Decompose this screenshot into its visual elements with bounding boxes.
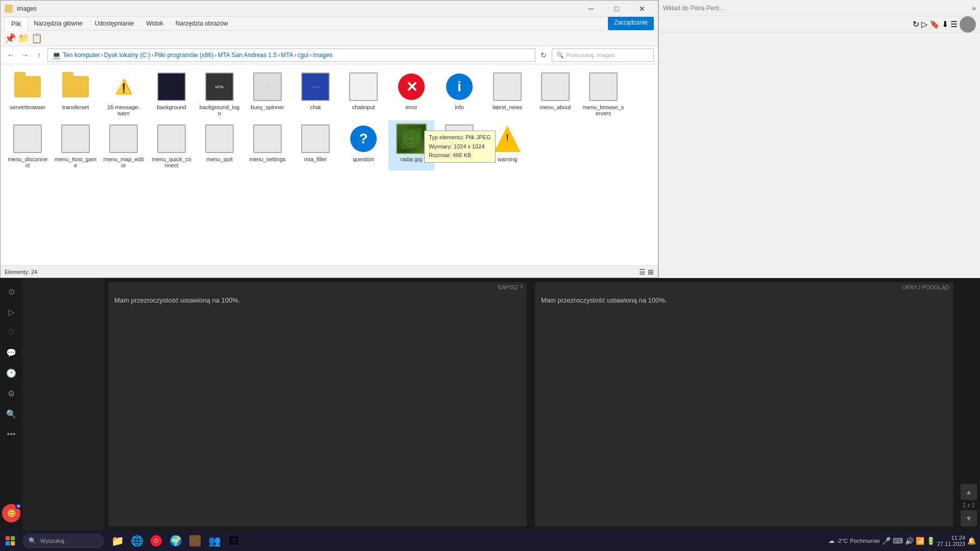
management-tab[interactable]: Zarządzanie <box>608 17 654 30</box>
file-area[interactable]: serverbrowser transferset ⚠️ 16-message-… <box>1 64 658 265</box>
folder-icon[interactable]: 📁 <box>18 33 29 44</box>
download-icon[interactable]: ⬇ <box>942 19 948 29</box>
onenote-search[interactable] <box>663 5 972 12</box>
minimize-button[interactable]: ─ <box>579 1 603 17</box>
refresh-button[interactable]: ↻ <box>537 49 550 61</box>
close-button[interactable]: ✕ <box>630 1 654 17</box>
list-item[interactable]: ? question <box>340 120 386 170</box>
list-item[interactable]: menu_quit <box>197 120 242 170</box>
play-icon[interactable]: ▷ <box>921 19 927 29</box>
file-name: info <box>455 104 464 110</box>
taskbar-app-edge[interactable]: 🌍 <box>166 532 185 550</box>
right-nav: ▲ 2 z 2 ▼ <box>958 278 980 531</box>
path-disk[interactable]: Dysk lokalny (C:) <box>104 52 151 59</box>
sidebar-icon-more[interactable]: ••• <box>2 425 20 443</box>
path-mta[interactable]: MTA San Andreas 1.5 <box>217 52 277 59</box>
up-button[interactable]: ↑ <box>33 49 45 61</box>
list-view-button[interactable]: ☰ <box>639 268 646 276</box>
forward-button[interactable]: → <box>19 49 31 61</box>
list-item[interactable]: chatinput <box>340 68 386 118</box>
file-name: latest_news <box>493 104 522 110</box>
list-item[interactable]: version <box>436 120 482 170</box>
write-button[interactable]: NAPISZ ? <box>498 284 523 290</box>
list-item[interactable]: radar.jpg Typ elementu: Plik JPEG Wymiar… <box>388 120 434 170</box>
list-item[interactable]: serverbrowser <box>5 68 51 118</box>
list-icon[interactable]: ☰ <box>950 19 958 29</box>
list-item[interactable]: MTA background_logo <box>197 68 242 118</box>
write-area[interactable] <box>108 308 527 527</box>
tab-narzedzia-obrazow[interactable]: Narzędzia obrazów <box>169 17 234 30</box>
network-icon: 📶 <box>916 537 924 545</box>
page-up-button[interactable]: ▲ <box>961 484 977 500</box>
path-mta2[interactable]: MTA <box>281 52 293 59</box>
list-item[interactable]: ⚠️ 16-message-warn <box>101 68 146 118</box>
sidebar-icon-search[interactable]: 🔍 <box>2 405 20 423</box>
tab-plik[interactable]: Plik <box>5 17 28 31</box>
sync-icon[interactable]: ↻ <box>913 19 919 29</box>
taskbar-app-minecraft[interactable]: ⛏ <box>186 532 204 550</box>
list-item[interactable]: background <box>149 68 194 118</box>
sidebar-icon-history[interactable]: 🕐 <box>2 364 20 382</box>
search-box[interactable]: 🔍 Przeszukaj: images <box>552 48 654 62</box>
menu-quickconnect-icon <box>155 122 188 155</box>
write-panel: NAPISZ ? Mam przezroczystość ustawioną n… <box>108 282 527 527</box>
bookmark-icon[interactable]: 🔖 <box>929 19 940 29</box>
menu-mapeditor-icon <box>107 122 140 155</box>
sidebar-icon-settings[interactable]: ⚙ <box>2 384 20 403</box>
taskbar-app-explorer[interactable]: 📁 <box>108 532 127 550</box>
grid-view-button[interactable]: ⊞ <box>648 268 654 276</box>
list-item[interactable]: menu_disconnect <box>5 120 51 170</box>
right-panel-toolbar: ↻ ▷ 🔖 ⬇ ☰ <box>659 16 980 33</box>
paste-icon[interactable]: 📋 <box>31 33 42 44</box>
path-programs[interactable]: Pliki programów (x86) <box>154 52 213 59</box>
taskbar-app-browser[interactable]: 🌐 <box>128 532 146 550</box>
list-item[interactable]: latest_news <box>484 68 530 118</box>
list-item[interactable]: ✕ error <box>388 68 434 118</box>
tab-udostepnianie[interactable]: Udostępnianie <box>89 17 140 30</box>
notification-icon[interactable]: 🔔 <box>967 537 976 545</box>
page-down-button[interactable]: ▼ <box>961 510 977 527</box>
list-item[interactable]: menu_about <box>532 68 578 118</box>
back-button[interactable]: ← <box>5 49 17 61</box>
sidebar-icon-heart[interactable]: ♡ <box>2 323 20 341</box>
list-item[interactable]: menu_map_editor <box>101 120 146 170</box>
path-cgui[interactable]: cgui <box>298 52 309 59</box>
taskbar-search[interactable]: 🔍 Wyszukaj <box>22 533 104 548</box>
file-name: 16-message-warn <box>103 104 144 116</box>
list-item[interactable]: mta_filler <box>292 120 338 170</box>
ribbon: Plik Narzędzia główne Udostępnianie Wido… <box>1 17 658 46</box>
sidebar-icon-discover[interactable]: ⊙ <box>2 282 20 300</box>
hide-preview-button[interactable]: UKRYJ PODGLĄD <box>902 284 949 290</box>
taskbar-app-teams[interactable]: 👥 <box>205 532 224 550</box>
ribbon-tabs: Plik Narzędzia główne Udostępnianie Wido… <box>1 17 658 31</box>
list-item[interactable]: menu_host_game <box>53 120 99 170</box>
address-path[interactable]: 💻 Ten komputer › Dysk lokalny (C:) › Pli… <box>47 48 535 62</box>
folder-icon <box>11 70 44 103</box>
maximize-button[interactable]: □ <box>605 1 628 17</box>
start-button[interactable] <box>0 531 20 551</box>
taskbar-app-image[interactable]: 🖼 <box>225 532 243 550</box>
list-item[interactable]: transferset <box>53 68 99 118</box>
sidebar-icon-chat[interactable]: 💬 <box>2 343 20 362</box>
taskbar-app-opera[interactable]: O <box>147 532 165 550</box>
list-item[interactable]: ! warning <box>484 120 530 170</box>
clock[interactable]: 11:24 27.11.2023 <box>937 535 965 547</box>
list-item[interactable]: chat chat <box>292 68 338 118</box>
tab-narzedzia[interactable]: Narzędzia główne <box>28 17 88 30</box>
sidebar-icon-play[interactable]: ▷ <box>2 303 20 321</box>
expand-icon[interactable]: » <box>972 4 976 12</box>
list-item[interactable]: ··· busy_spinner <box>244 68 290 118</box>
question-icon: ? <box>347 122 380 155</box>
path-computer[interactable]: Ten komputer <box>63 52 100 59</box>
file-name: menu_quick_connect <box>151 156 192 168</box>
user-avatar[interactable]: 😊 👁 <box>2 504 20 522</box>
list-item[interactable]: menu_browse_servers <box>580 68 626 118</box>
list-item[interactable]: i info <box>436 68 482 118</box>
path-images[interactable]: images <box>313 52 333 59</box>
list-item[interactable]: menu_settings <box>244 120 290 170</box>
pin-icon[interactable]: 📌 <box>5 33 16 44</box>
tab-widok[interactable]: Widok <box>140 17 169 30</box>
user-avatar[interactable] <box>960 16 976 33</box>
list-item[interactable]: menu_quick_connect <box>149 120 194 170</box>
taskbar: 🔍 Wyszukaj 📁 🌐 O 🌍 ⛏ 👥 🖼 ☁ -2°C Pochmurn… <box>0 531 980 551</box>
